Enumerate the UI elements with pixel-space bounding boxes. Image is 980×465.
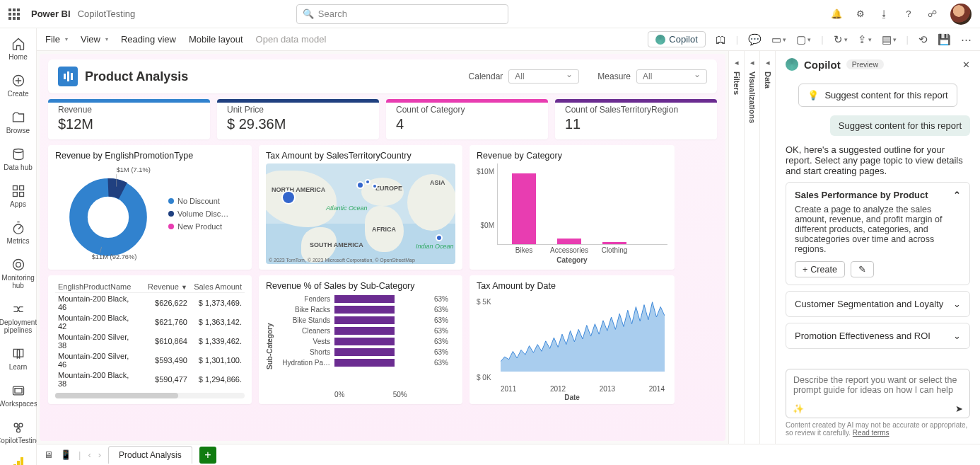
copilot-disclaimer: Content created by AI may not be accurat…	[776, 418, 980, 444]
hbar-row[interactable]: Bike Stands63%	[278, 316, 455, 324]
top-bar: Power BI CopilotTesting 🔍 Search 🔔 ⚙ ⭳ ?…	[0, 0, 980, 28]
nav-copilot-testing[interactable]: CopilotTesting	[1, 418, 35, 447]
edit-button[interactable]: ✎	[851, 261, 874, 277]
power-bi-icon	[13, 457, 23, 465]
table-scrollbar[interactable]	[55, 393, 245, 398]
donut-chart[interactable]: Revenue by EnglishPromotionType $1M (7.1…	[48, 145, 252, 270]
sparkle-icon[interactable]: ✨	[793, 403, 804, 414]
kpi-unit-price[interactable]: Unit Price$ 29.36M	[217, 99, 379, 139]
kpi-count-region[interactable]: Count of SalesTerritoryRegion11	[555, 99, 717, 139]
table-row[interactable]: Mountain-200 Black, 46$626,622$ 1,373,46…	[55, 293, 245, 313]
table-row[interactable]: Mountain-200 Silver, 42$573,512$ 1,257,4…	[55, 389, 245, 390]
expand-icon[interactable]: ◂	[750, 58, 754, 67]
desktop-view-icon[interactable]: 🖥	[44, 449, 53, 460]
file-menu[interactable]: File	[45, 34, 68, 45]
nav-metrics[interactable]: Metrics	[1, 218, 35, 248]
hbar-row[interactable]: Vests63%	[278, 338, 455, 345]
teams-icon[interactable]: ☍	[926, 8, 939, 21]
copilot-pane: Copilot Preview ✕ 💡Suggest content for t…	[775, 51, 980, 444]
hbar-row[interactable]: Fenders63%	[278, 295, 455, 303]
copilot-icon	[655, 35, 665, 45]
nav-monitoring-hub[interactable]: Monitoring hub	[1, 255, 35, 292]
donut-svg: $1M (7.1%) $11M (92.76%)	[55, 163, 161, 263]
reading-view-button[interactable]: Reading view	[121, 34, 176, 45]
lightbulb-icon: 💡	[807, 90, 819, 101]
expand-icon[interactable]: ◂	[735, 58, 739, 67]
hbar-row[interactable]: Shorts63%	[278, 348, 455, 356]
calendar-dropdown[interactable]: All	[508, 69, 579, 84]
nav-power-bi[interactable]: Power BI	[1, 454, 35, 465]
create-button[interactable]: +Create	[795, 261, 845, 277]
area-svg	[501, 297, 665, 372]
product-table[interactable]: EnglishProductName Revenue ▼ Sales Amoun…	[48, 275, 252, 404]
svg-point-8	[16, 263, 21, 268]
table-row[interactable]: Mountain-200 Black, 42$621,760$ 1,363,14…	[55, 312, 245, 331]
export-icon[interactable]: ▤	[882, 33, 897, 46]
nav-workspaces[interactable]: Workspaces	[1, 381, 35, 411]
add-page-button[interactable]: +	[199, 447, 216, 464]
expand-icon[interactable]: ◂	[766, 58, 770, 67]
notifications-icon[interactable]: 🔔	[830, 8, 843, 21]
bar-chart[interactable]: Revenue by Category $10M$0M Bikes Access…	[469, 145, 675, 270]
close-icon[interactable]: ✕	[962, 59, 970, 70]
hbar-chart[interactable]: Revenue % of Sales by Sub-Category Sub-C…	[259, 275, 462, 404]
ribbon: File View Reading view Mobile layout Ope…	[37, 28, 980, 51]
nav-apps[interactable]: Apps	[1, 181, 35, 211]
kpi-count-category[interactable]: Count of Category4	[386, 99, 548, 139]
reset-icon[interactable]: ⟲	[918, 33, 928, 46]
svg-rect-10	[15, 389, 22, 394]
hbar-row[interactable]: Hydration Pa…63%	[278, 359, 455, 367]
copilot-button[interactable]: Copilot	[648, 31, 705, 47]
nav-browse[interactable]: Browse	[1, 108, 35, 137]
bookmark-icon[interactable]: ▭	[771, 33, 786, 46]
hbar-row[interactable]: Cleaners63%	[278, 327, 455, 335]
save-icon[interactable]: 💾	[938, 33, 951, 46]
measure-dropdown[interactable]: All	[636, 69, 707, 84]
nav-home[interactable]: Home	[1, 34, 35, 64]
mobile-view-icon[interactable]: 📱	[60, 449, 71, 460]
suggest-content-button[interactable]: 💡Suggest content for this report	[798, 84, 957, 107]
prev-page-icon[interactable]: ‹	[88, 449, 91, 460]
suggestion-card-1: Sales Performance by Product⌃ Create a p…	[786, 182, 970, 285]
filters-rail[interactable]: ◂Filters	[728, 51, 744, 444]
nav-create[interactable]: Create	[1, 71, 35, 101]
comment-icon[interactable]: 💬	[748, 33, 762, 46]
help-icon[interactable]: ?	[902, 8, 915, 21]
search-placeholder: Search	[318, 8, 347, 19]
table-row[interactable]: Mountain-200 Silver, 46$593,490$ 1,301,1…	[55, 350, 245, 369]
hbar-row[interactable]: Bike Racks63%	[278, 306, 455, 314]
more-icon[interactable]: ⋯	[961, 33, 972, 46]
workspace-name[interactable]: CopilotTesting	[78, 8, 136, 19]
mobile-layout-button[interactable]: Mobile layout	[189, 34, 243, 45]
send-icon[interactable]: ➤	[955, 403, 963, 414]
svg-point-6	[13, 224, 23, 234]
table-row[interactable]: Mountain-200 Silver, 38$610,864$ 1,339,4…	[55, 331, 245, 350]
share-icon[interactable]: ⇪	[858, 33, 872, 46]
nav-data-hub[interactable]: Data hub	[1, 144, 35, 174]
suggestion-card-3[interactable]: Promotion Effectiveness and ROI⌄	[786, 323, 970, 349]
page-tab[interactable]: Product Analysis	[108, 446, 192, 464]
app-name: Power BI	[31, 8, 71, 19]
table-row[interactable]: Mountain-200 Black, 38$590,477$ 1,294,86…	[55, 369, 245, 389]
next-page-icon[interactable]: ›	[98, 449, 101, 460]
chevron-up-icon[interactable]: ⌃	[953, 190, 961, 200]
nav-deployment-pipelines[interactable]: Deployment pipelines	[1, 299, 35, 337]
read-terms-link[interactable]: Read terms	[853, 429, 889, 437]
search-input[interactable]: 🔍 Search	[296, 4, 508, 24]
explore-icon[interactable]: 🕮	[716, 33, 726, 45]
view-menu[interactable]: View	[81, 34, 108, 45]
view-icon[interactable]: ▢	[796, 33, 811, 46]
nav-learn[interactable]: Learn	[1, 344, 35, 374]
settings-icon[interactable]: ⚙	[854, 8, 867, 21]
suggestion-card-2[interactable]: Customer Segmentation and Loyalty⌄	[786, 291, 970, 317]
app-launcher-icon[interactable]	[8, 8, 20, 20]
download-icon[interactable]: ⭳	[878, 8, 891, 21]
svg-point-1	[13, 149, 23, 153]
data-rail[interactable]: ◂Data	[759, 51, 775, 444]
area-chart[interactable]: Tax Amount by Date $ 5K$ 0K 2011 2012 20…	[469, 275, 675, 404]
visualizations-rail[interactable]: ◂Visualizations	[744, 51, 759, 444]
refresh-icon[interactable]: ↻	[834, 33, 848, 46]
avatar[interactable]	[950, 4, 972, 25]
map-chart[interactable]: Tax Amount by SalesTerritoryCountry NORT…	[259, 145, 462, 270]
kpi-revenue[interactable]: Revenue$12M	[48, 99, 210, 139]
